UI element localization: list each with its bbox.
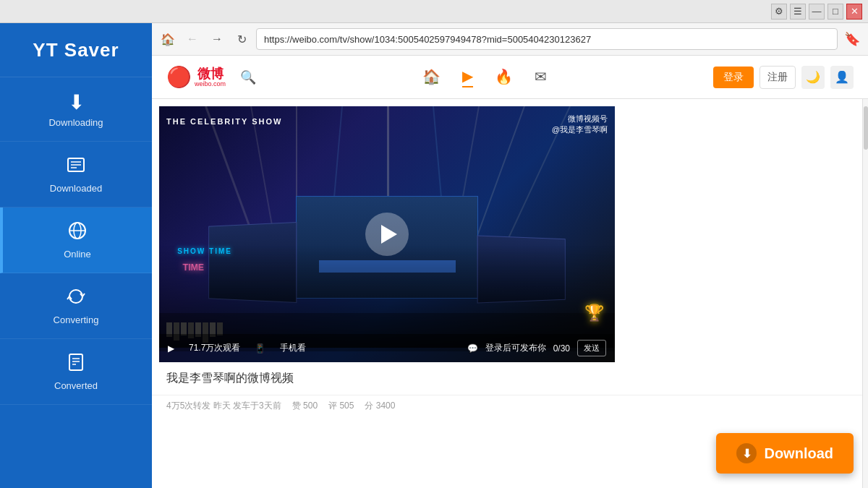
weibo-actions: 登录 注册 🌙 👤 <box>713 66 854 89</box>
scrollbar-thumb <box>864 106 868 150</box>
weibo-name-pinyin: weibo.com <box>195 80 226 87</box>
settings-icon[interactable]: ⚙ <box>771 4 787 20</box>
right-area: 🏠 ← → ↻ 🔖 🔴 微博 weibo.com 🔍 🏠 <box>152 23 868 488</box>
weibo-nav-mail[interactable]: ✉ <box>535 68 547 87</box>
sidebar-label-downloaded: Downloaded <box>50 183 102 194</box>
comment-placeholder: 登录后可发布你 <box>485 342 546 354</box>
play-icon-small[interactable]: ▶ <box>168 343 174 354</box>
online-icon <box>67 221 88 246</box>
sidebar-label-online: Online <box>64 249 91 260</box>
forward-button[interactable]: → <box>207 29 227 49</box>
scrollbar-vertical[interactable] <box>862 99 868 488</box>
weibo-nav-home[interactable]: 🏠 <box>422 68 441 87</box>
sidebar-item-downloaded[interactable]: Downloaded <box>0 142 152 207</box>
converted-icon <box>66 352 86 377</box>
weibo-login-button[interactable]: 登录 <box>713 67 754 88</box>
trophy-logo: 🏆 <box>584 304 604 322</box>
send-comment-button[interactable]: 发送 <box>577 340 606 356</box>
home-button[interactable]: 🏠 <box>158 29 178 49</box>
video-watermark: 微博视频号 @我是李雪琴啊 <box>552 114 608 135</box>
video-controls-bar: ▶ 71.7万次观看 📱 手机看 💬 登录后可发布你 0/30 发送 <box>159 334 615 362</box>
sidebar-item-converting[interactable]: Converting <box>0 273 152 339</box>
video-shares: 分 3400 <box>365 400 395 412</box>
view-count: 71.7万次观看 <box>189 342 240 354</box>
browser-content: 🔴 微博 weibo.com 🔍 🏠 ▶ 🔥 ✉ 登录 注册 🌙 <box>152 56 868 488</box>
mobile-watch-icon: 📱 <box>255 343 265 354</box>
sidebar-label-converted: Converted <box>54 380 98 391</box>
sidebar-label-converting: Converting <box>54 314 99 325</box>
weibo-header: 🔴 微博 weibo.com 🔍 🏠 ▶ 🔥 ✉ 登录 注册 🌙 <box>152 56 868 99</box>
sidebar: YT Saver ⬇ Downloading Downloaded <box>0 23 152 488</box>
user-icon-button[interactable]: 👤 <box>830 66 854 89</box>
app-container: YT Saver ⬇ Downloading Downloaded <box>0 23 868 488</box>
dark-mode-button[interactable]: 🌙 <box>801 66 825 89</box>
app-title: YT Saver <box>33 39 119 61</box>
weibo-nav-video[interactable]: ▶ <box>462 67 473 87</box>
maximize-button[interactable]: □ <box>827 4 843 20</box>
refresh-button[interactable]: ↻ <box>231 29 252 49</box>
browser-toolbar: 🏠 ← → ↻ 🔖 <box>152 23 868 56</box>
weibo-nav-hot[interactable]: 🔥 <box>495 68 513 87</box>
weibo-register-button[interactable]: 注册 <box>760 66 796 89</box>
menu-icon[interactable]: ☰ <box>790 4 806 20</box>
url-input[interactable] <box>256 28 838 50</box>
downloaded-icon <box>66 155 86 180</box>
close-button[interactable]: ✕ <box>846 4 862 20</box>
video-comments: 评 505 <box>328 400 354 412</box>
bookmark-button[interactable]: 🔖 <box>842 29 862 49</box>
comment-icon: 💬 <box>467 343 478 354</box>
minimize-button[interactable]: — <box>809 4 825 20</box>
svg-rect-7 <box>69 354 82 370</box>
downloading-icon: ⬇ <box>68 90 85 114</box>
back-button[interactable]: ← <box>182 29 203 49</box>
comment-limit: 0/30 <box>553 343 570 354</box>
download-button[interactable]: ⬇ Download <box>716 433 854 474</box>
window-controls: ⚙ ☰ — □ ✕ <box>771 4 862 20</box>
title-bar: ⚙ ☰ — □ ✕ <box>0 0 868 23</box>
video-meta: 4万5次转发 昨天 发车于3天前 赞 500 评 505 分 3400 <box>152 395 868 416</box>
sidebar-item-converted[interactable]: Converted <box>0 339 152 405</box>
sidebar-logo: YT Saver <box>0 23 152 77</box>
mobile-watch-label: 手机看 <box>280 342 306 354</box>
video-description: 我是李雪琴啊的微博视频 <box>152 362 868 395</box>
video-thumbnail: SHOW TIME TIME <box>159 106 615 362</box>
weibo-name-chinese: 微博 <box>197 67 224 80</box>
sidebar-label-downloading: Downloading <box>48 117 103 128</box>
video-title-overlay: THE CELEBRITY SHOW <box>166 117 282 126</box>
weibo-nav: 🏠 ▶ 🔥 ✉ <box>271 67 699 87</box>
video-likes: 赞 500 <box>292 400 318 412</box>
sidebar-item-downloading[interactable]: ⬇ Downloading <box>0 77 152 142</box>
download-label: Download <box>764 445 833 462</box>
play-button[interactable] <box>365 213 409 256</box>
video-meta-text: 4万5次转发 昨天 发车于3天前 <box>166 400 281 412</box>
video-section: SHOW TIME TIME <box>152 99 868 488</box>
video-player[interactable]: SHOW TIME TIME <box>159 106 615 362</box>
weibo-search-icon[interactable]: 🔍 <box>240 69 256 85</box>
sidebar-item-online[interactable]: Online <box>0 207 152 273</box>
converting-icon <box>66 286 86 312</box>
weibo-logo: 🔴 微博 weibo.com <box>166 65 226 89</box>
weibo-logo-icon: 🔴 <box>166 65 192 89</box>
download-icon: ⬇ <box>736 443 757 463</box>
